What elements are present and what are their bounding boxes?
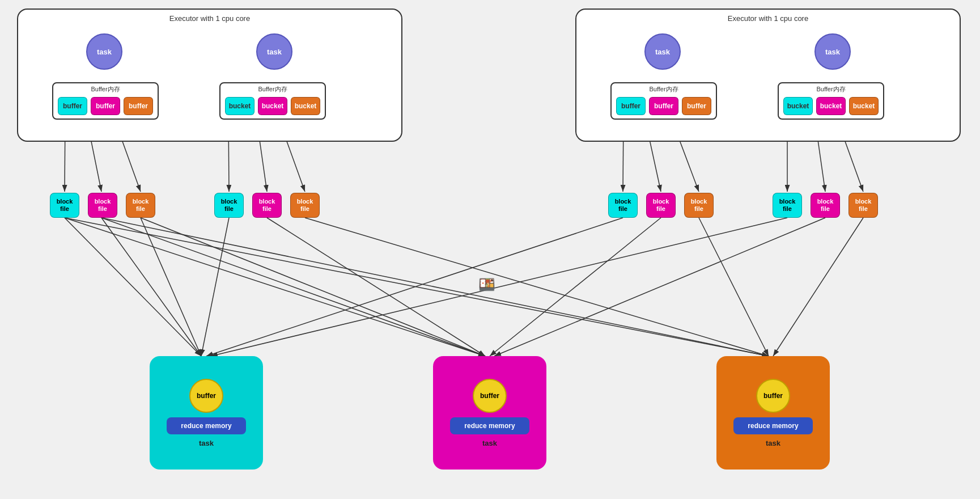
task-circle-1b: task (256, 33, 292, 70)
executor-label-1: Executor with 1 cpu core (169, 14, 250, 23)
reduce-memory-btn-3: reduce memory (733, 417, 813, 434)
svg-line-40 (494, 218, 825, 356)
buffer-mem-1b: Buffer内存 bucket bucket bucket (219, 82, 326, 120)
mem-item-1b-1: bucket (258, 97, 287, 115)
reduce-box-3: buffer reduce memory task (716, 356, 830, 470)
task-circle-1a: task (86, 33, 122, 70)
block-file-4: blockfile (214, 193, 244, 218)
svg-line-34 (267, 218, 485, 356)
mem-item-2a-0: buffer (616, 97, 646, 115)
task-circle-2b: task (814, 33, 851, 70)
block-file-10: blockfile (773, 193, 802, 218)
reduce-buffer-label-1: buffer (197, 392, 216, 400)
svg-line-25 (65, 218, 201, 356)
svg-line-29 (101, 218, 485, 356)
mem-item-1a-2: buffer (124, 97, 153, 115)
mem-item-2a-1: buffer (649, 97, 678, 115)
buffer-mem-2b: Buffer内存 bucket bucket bucket (778, 82, 884, 120)
mem-item-2a-2: buffer (682, 97, 711, 115)
task-circle-2a: task (644, 33, 681, 70)
buffer-mem-label-1a: Buffer内存 (87, 83, 123, 95)
svg-line-31 (141, 218, 201, 356)
executor-box-1: Executor with 1 cpu core task task Buffe… (17, 9, 402, 142)
svg-line-41 (773, 218, 863, 356)
svg-line-36 (206, 218, 623, 356)
svg-line-26 (65, 218, 485, 356)
block-file-11: blockfile (811, 193, 840, 218)
reduce-buffer-circle-3: buffer (756, 379, 790, 413)
executor-label-2: Executor with 1 cpu core (728, 14, 808, 23)
block-file-9: blockfile (684, 193, 714, 218)
reduce-task-label-1: task (199, 439, 214, 447)
reduce-buffer-circle-1: buffer (189, 379, 223, 413)
block-file-7: blockfile (608, 193, 638, 218)
block-file-5: blockfile (252, 193, 282, 218)
svg-line-35 (305, 218, 769, 356)
mem-item-1b-2: bucket (291, 97, 320, 115)
reduce-memory-btn-2: reduce memory (450, 417, 529, 434)
reduce-task-label-2: task (482, 439, 497, 447)
block-file-8: blockfile (646, 193, 676, 218)
svg-line-27 (65, 218, 769, 356)
block-file-12: blockfile (849, 193, 878, 218)
svg-line-33 (201, 218, 229, 356)
buffer-mem-items-1b: bucket bucket bucket (220, 95, 325, 119)
mem-item-1b-0: bucket (225, 97, 254, 115)
mem-item-2b-1: bucket (816, 97, 846, 115)
block-file-1: blockfile (50, 193, 79, 218)
svg-line-28 (101, 218, 201, 356)
mem-item-2b-0: bucket (783, 97, 813, 115)
block-file-6: blockfile (290, 193, 320, 218)
reduce-box-2: buffer reduce memory task (433, 356, 546, 470)
buffer-mem-label-2b: Buffer内存 (813, 83, 849, 95)
mem-item-2b-2: bucket (849, 97, 879, 115)
svg-line-32 (141, 218, 485, 356)
block-file-2: blockfile (88, 193, 117, 218)
buffer-mem-items-1a: buffer buffer buffer (53, 95, 158, 119)
block-file-3: blockfile (126, 193, 155, 218)
svg-line-38 (699, 218, 769, 356)
reduce-buffer-label-2: buffer (480, 392, 499, 400)
reduce-task-label-3: task (766, 439, 780, 447)
reduce-box-1: buffer reduce memory task (150, 356, 263, 470)
svg-line-39 (211, 218, 787, 356)
buffer-mem-items-2b: bucket bucket bucket (779, 95, 883, 119)
executor-box-2: Executor with 1 cpu core task task Buffe… (575, 9, 961, 142)
reduce-buffer-label-3: buffer (763, 392, 783, 400)
svg-line-37 (490, 218, 661, 356)
diagram-container: Executor with 1 cpu core task task Buffe… (0, 0, 980, 499)
mem-item-1a-1: buffer (91, 97, 120, 115)
svg-line-30 (101, 218, 769, 356)
buffer-mem-label-1b: Buffer内存 (254, 83, 290, 95)
deco-icon: 🍱 (478, 277, 495, 293)
reduce-memory-btn-1: reduce memory (167, 417, 246, 434)
mem-item-1a-0: buffer (58, 97, 87, 115)
buffer-mem-1a: Buffer内存 buffer buffer buffer (52, 82, 159, 120)
buffer-mem-2a: Buffer内存 buffer buffer buffer (610, 82, 717, 120)
buffer-mem-items-2a: buffer buffer buffer (612, 95, 716, 119)
buffer-mem-label-2a: Buffer内存 (646, 83, 681, 95)
reduce-buffer-circle-2: buffer (473, 379, 507, 413)
